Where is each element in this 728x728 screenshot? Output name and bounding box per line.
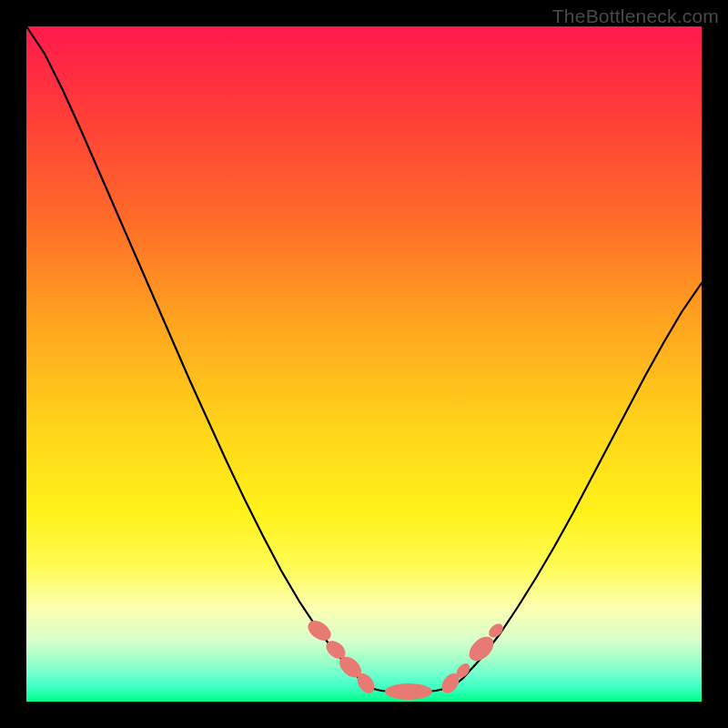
- bottleneck-curve: [26, 26, 702, 693]
- plot-area: [26, 26, 702, 702]
- curve-marker: [304, 617, 334, 645]
- watermark-text: TheBottleneck.com: [552, 5, 719, 27]
- chart-frame: TheBottleneck.com: [0, 0, 728, 728]
- curve-marker: [385, 683, 432, 700]
- curve-svg: [26, 26, 702, 702]
- curve-markers: [304, 617, 505, 700]
